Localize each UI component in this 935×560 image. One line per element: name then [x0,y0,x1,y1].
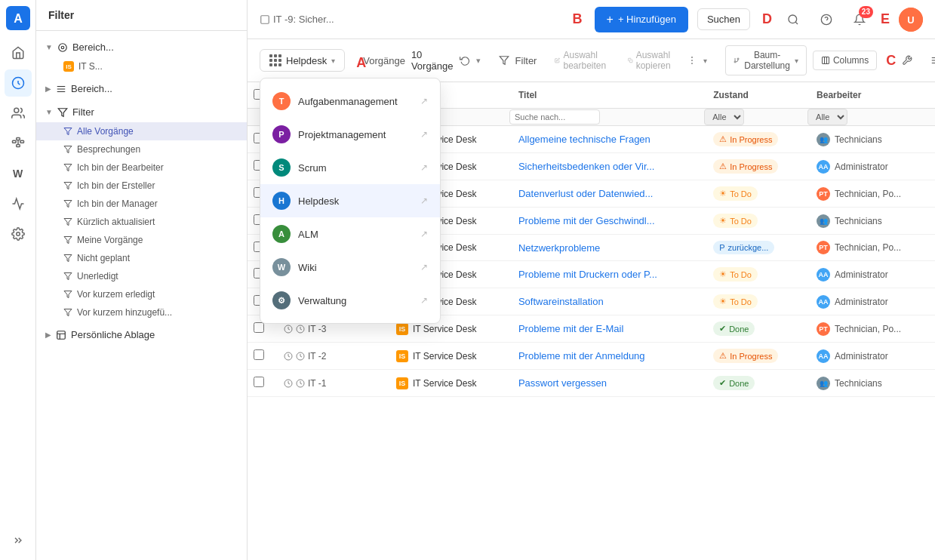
nav-org[interactable] [5,130,32,157]
history-btn[interactable] [460,50,470,71]
notification-badge: 23 [859,6,873,18]
sidebar-item-hinzugefuegt[interactable]: Vor kurzem hinzugefü... [36,303,247,322]
breadcrumb-text: IT -9: Sicher... [273,14,334,25]
row-titel-3[interactable]: Probleme mit der Geschwindl... [509,208,704,235]
menu-btn[interactable] [930,50,935,71]
user-avatar[interactable]: U [899,8,923,32]
filter-icon-btn[interactable] [499,50,509,71]
row-titel-4[interactable]: Netzwerkprobleme [509,235,704,261]
sidebar-item-nicht-geplant[interactable]: Nicht geplant [36,249,247,267]
columns-btn[interactable]: Columns [813,51,877,70]
menu-item-scrum[interactable]: S Scrum ↗ [260,151,440,184]
projekt-label: Projektmanagement [298,129,413,140]
sidebar-item-bearbeiter[interactable]: Ich bin der Bearbeiter [36,158,247,177]
projekt-icon: P [272,125,291,143]
grid-icon [269,54,281,66]
sidebar-section-filter-header[interactable]: ▼ Filter [36,102,247,122]
sidebar-item-besprechungen[interactable]: Besprechungen [36,140,247,158]
col-zustand-header[interactable]: Zustand [704,82,807,109]
col-bearbeiter-header[interactable]: Bearbeiter [807,82,935,109]
row-titel-6[interactable]: Softwareinstallation [509,288,704,315]
sidebar-section-bereich1-header[interactable]: ▼ Bereich... [36,37,247,57]
sidebar-item-alle[interactable]: Alle Vorgänge [36,122,247,140]
menu-item-aufgaben[interactable]: T Aufgabenmanagement ↗ [260,85,440,118]
nav-dashboard[interactable] [5,69,32,97]
aktu-label: Kürzlich aktualisiert [77,217,155,227]
menu-item-verwaltung[interactable]: ⚙ Verwaltung ↗ [260,284,440,317]
helpdesk-btn[interactable]: Helpdesk ▾ [260,49,345,72]
sidebar-item-meine[interactable]: Meine Vorgänge [36,231,247,249]
sidebar-section-bereich1: ▼ Bereich... IS IT S... [36,37,247,75]
row-titel-5[interactable]: Probleme mit Druckern oder P... [509,261,704,288]
status-badge-2: ☀ To Do [713,186,758,201]
row-bearbeiter-text-4: Technician, Po... [835,242,901,253]
add-button[interactable]: + + Hinzufügen [595,7,688,32]
svg-point-12 [61,46,64,49]
row-titel-1[interactable]: Sicherheitsbedenken oder Vir... [509,153,704,180]
sidebar-section-persoenlich-header[interactable]: ▶ Persönliche Ablage [36,325,247,345]
baum-btn[interactable]: Baum-Darstellung ▾ [725,45,807,75]
ext-icon-1: ↗ [420,129,428,140]
auswahl-kopieren-btn[interactable]: Auswahl kopieren [622,47,681,74]
menu-item-alm[interactable]: A ALM ↗ [260,217,440,251]
columns-icon [821,56,830,65]
nav-w[interactable]: W [5,160,32,187]
row-titel-9[interactable]: Passwort vergessen [509,370,704,397]
sidebar-item-aktualisiert[interactable]: Kürzlich aktualisiert [36,213,247,231]
sidebar-item-it-s[interactable]: IS IT S... [36,57,247,75]
svg-point-13 [59,43,67,51]
user-icon-8: AA [817,349,830,363]
label-a: A [356,55,366,71]
besp-label: Besprechungen [77,144,140,155]
row-bearbeiter-text-5: Administrator [835,269,888,280]
nav-analytics[interactable] [5,190,32,217]
menu-item-projekt[interactable]: P Projektmanagement ↗ [260,118,440,151]
vork-icon [63,290,72,299]
app-logo[interactable]: A [6,6,30,30]
menu-item-wiki[interactable]: W Wiki ↗ [260,251,440,284]
area-badge-8: IS [396,350,408,362]
titel-filter-input[interactable] [509,109,600,125]
icon-bar-expand[interactable] [5,527,32,554]
nicht-label: Nicht geplant [77,253,130,263]
nav-home[interactable] [5,39,32,66]
sidebar-item-vor-kurzem[interactable]: Vor kurzem erledigt [36,285,247,303]
svg-point-28 [789,15,797,23]
sidebar-item-manager[interactable]: Ich bin der Manager [36,195,247,213]
row-checkbox-7[interactable] [254,322,264,333]
zustand-filter-select[interactable]: Alle [704,109,744,125]
more-actions-btn[interactable] [687,50,697,71]
col-titel-header[interactable]: Titel [509,82,704,109]
svg-marker-21 [64,237,72,244]
menu-item-helpdesk[interactable]: H Helpdesk ↗ [260,184,440,217]
svg-text:A: A [14,12,23,25]
auswahl-bearbeiten-btn[interactable]: Auswahl bearbeiten [549,47,616,74]
notification-btn[interactable]: 23 [847,8,872,32]
nav-settings[interactable] [5,220,32,248]
row-checkbox-9[interactable] [254,377,264,387]
row-bearbeiter-3: 👥 Technicians [807,208,935,235]
entry-check-icon [284,379,293,388]
search-button[interactable]: Suchen [697,8,750,30]
wrench-btn[interactable] [902,50,912,71]
status-badge-8: ⚠ In Progress [713,349,778,363]
label-b: B [573,11,583,27]
sidebar-item-ersteller[interactable]: Ich bin der Ersteller [36,177,247,195]
nav-users[interactable] [5,100,32,127]
help-icon-btn[interactable] [814,8,838,32]
search-icon-btn[interactable] [781,8,805,32]
row-titel-0[interactable]: Allgemeine technische Fragen [509,126,704,153]
row-titel-2[interactable]: Datenverlust oder Datenwied... [509,180,704,208]
sidebar-item-unerledigt[interactable]: Unerledigt [36,267,247,285]
row-titel-8[interactable]: Probleme mit der Anmeldung [509,343,704,370]
svg-text:U: U [907,14,914,26]
sidebar-section-bereich2-header[interactable]: ▶ Bereich... [36,78,247,99]
bearbeiter-filter-select[interactable]: Alle [807,109,847,125]
row-titel-7[interactable]: Probleme mit der E-Mail [509,315,704,343]
user-icon-2: PT [817,187,830,201]
user-icon-9: 👥 [817,377,830,390]
meine-icon [63,235,72,245]
row-checkbox-8[interactable] [254,349,264,360]
row-zustand-5: ☀ To Do [704,261,807,288]
bereich2-icon [56,84,66,94]
